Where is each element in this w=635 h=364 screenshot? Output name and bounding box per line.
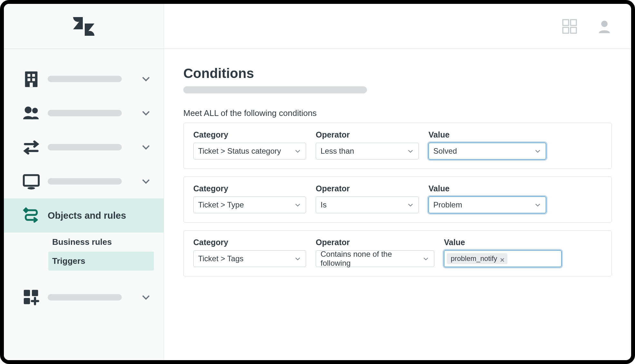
operator-select[interactable]: Less than [316,143,419,159]
products-icon[interactable] [562,18,578,34]
chevron-down-icon [141,292,151,302]
svg-rect-6 [27,74,30,77]
placeholder-text [48,178,122,185]
svg-point-16 [27,187,35,189]
chevron-down-icon [422,255,429,262]
monitor-icon [22,172,41,191]
select-value: Less than [321,147,354,156]
submenu-item-triggers[interactable]: Triggers [48,252,154,271]
submenu-heading-business-rules[interactable]: Business rules [48,233,154,252]
sidebar-item-placeholder-5[interactable] [4,280,164,314]
select-value: Contains none of the following [321,250,422,268]
svg-rect-3 [571,27,576,33]
field-label-value: Value [428,130,546,139]
svg-rect-9 [32,78,35,81]
chevron-down-icon [294,255,301,262]
category-select[interactable]: Ticket > Tags [193,250,306,267]
arrows-icon [22,138,41,157]
select-value: Is [321,200,327,209]
chevron-down-icon [407,148,414,155]
placeholder-text [48,144,122,150]
chevron-down-icon [407,201,414,208]
select-value: Solved [433,147,457,156]
svg-rect-2 [563,27,569,33]
value-select[interactable]: Solved [428,143,546,159]
value-tags-input[interactable]: problem_notify [444,250,562,267]
select-value: Ticket > Type [198,200,244,209]
operator-select[interactable]: Is [316,196,419,213]
body: Objects and rules Business rules Trigger… [4,49,631,360]
tag-pill: problem_notify [447,253,507,264]
chevron-down-icon [141,177,151,186]
field-label-value: Value [428,184,546,193]
tag-label: problem_notify [451,254,497,263]
select-value: Problem [433,200,462,209]
sidebar-item-label: Objects and rules [48,210,154,221]
field-label-value: Value [444,238,562,247]
field-label-category: Category [193,238,306,247]
sidebar-item-placeholder-1[interactable] [4,62,164,96]
svg-rect-0 [563,20,569,25]
user-avatar-icon[interactable] [597,19,612,34]
chevron-down-icon [534,148,541,155]
svg-rect-7 [32,74,35,77]
app-frame: Objects and rules Business rules Trigger… [0,0,635,364]
people-icon [22,104,41,122]
conditions-section-label: Meet ALL of the following conditions [183,108,612,118]
page-subtitle-placeholder [183,86,367,93]
workflow-icon [22,206,41,225]
svg-rect-20 [24,298,30,304]
apps-add-icon [22,288,41,307]
condition-row: Category Ticket > Tags Operator Contains… [183,230,612,276]
category-select[interactable]: Ticket > Status category [193,143,306,159]
select-value: Ticket > Status category [198,147,281,156]
building-icon [22,70,41,88]
sidebar-item-placeholder-4[interactable] [4,164,164,198]
svg-point-11 [25,107,32,113]
svg-rect-10 [30,83,33,87]
sidebar: Objects and rules Business rules Trigger… [4,49,164,360]
placeholder-text [48,294,122,301]
svg-point-12 [32,108,38,113]
condition-row: Category Ticket > Status category Operat… [183,123,612,169]
field-label-operator: Operator [316,130,419,139]
field-label-category: Category [193,130,306,139]
main-content: Conditions Meet ALL of the following con… [164,49,631,360]
category-select[interactable]: Ticket > Type [193,196,306,213]
chevron-down-icon [294,148,301,155]
topbar-left [4,4,164,49]
placeholder-text [48,110,122,116]
value-select[interactable]: Problem [428,196,546,213]
placeholder-text [48,76,122,82]
field-label-operator: Operator [316,184,419,193]
chevron-down-icon [141,142,151,152]
chevron-down-icon [141,74,151,84]
operator-select[interactable]: Contains none of the following [316,250,434,267]
svg-rect-19 [32,290,38,296]
select-value: Ticket > Tags [198,254,244,263]
remove-tag-icon[interactable] [500,256,505,261]
sidebar-item-placeholder-3[interactable] [4,130,164,164]
svg-rect-1 [571,20,576,25]
topbar [4,4,631,49]
field-label-operator: Operator [316,238,434,247]
sidebar-item-placeholder-2[interactable] [4,96,164,130]
svg-rect-15 [24,175,39,186]
svg-rect-18 [24,290,30,296]
sidebar-item-objects-and-rules[interactable]: Objects and rules [4,198,164,233]
field-label-category: Category [193,184,306,193]
page-title: Conditions [183,66,612,81]
svg-point-4 [601,21,608,27]
chevron-down-icon [141,108,151,118]
svg-rect-8 [27,78,30,81]
zendesk-logo [71,14,96,39]
chevron-down-icon [534,201,541,208]
condition-row: Category Ticket > Type Operator Is Value [183,177,612,223]
chevron-down-icon [294,201,301,208]
